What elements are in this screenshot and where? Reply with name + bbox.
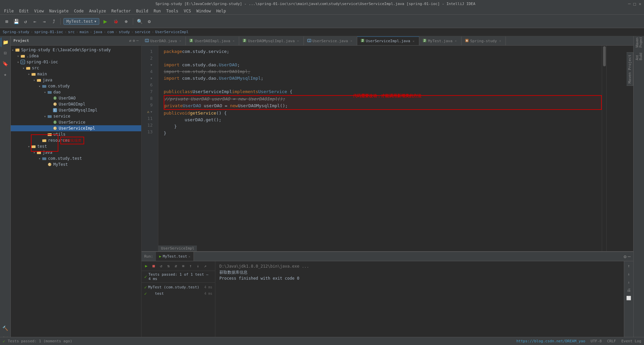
tab-close-3[interactable]: ✕ [350, 39, 354, 43]
toolbar-back-btn[interactable]: ← [31, 17, 39, 25]
tab-close-0[interactable]: ✕ [178, 39, 182, 43]
status-event-log[interactable]: Event Log [621, 339, 641, 343]
activity-favorites[interactable]: ★ [1, 70, 10, 79]
breadcrumb-item-3[interactable]: main [79, 30, 89, 34]
tree-item-18[interactable]: ▾com.study.test [11, 155, 141, 161]
toolbar-save-btn[interactable]: 💾 [12, 17, 20, 25]
tab-Spring-study[interactable]: mSpring-study✕ [462, 37, 506, 45]
activity-project[interactable]: 📁 [1, 38, 10, 47]
menu-item-navigate[interactable]: Navigate [47, 8, 71, 14]
runtree-item-0[interactable]: ✓MyTest (com.study.test)4 ms [142, 284, 215, 290]
run-tab-active[interactable]: ▶ MyTest.test ✕ [156, 252, 194, 261]
collapse-btn[interactable]: ↓ [195, 263, 201, 269]
tab-UserDAOMysqlImpl-java[interactable]: JUserDAOMysqlImpl.java✕ [239, 37, 304, 45]
sidebar-sync-btn[interactable]: ⇄ [129, 39, 131, 43]
breadcrumb-item-8[interactable]: UserServiceImpl [155, 30, 189, 34]
tree-item-6[interactable]: ▾com.study [11, 83, 141, 89]
tab-UserDAO-java[interactable]: IUserDAO.java✕ [142, 37, 186, 45]
toolbar-search-btn[interactable]: 🔍 [136, 17, 144, 25]
rerun-failed-btn[interactable]: ↺ [158, 263, 164, 269]
menu-item-analyze[interactable]: Analyze [86, 8, 109, 14]
output-up-btn[interactable]: ↑ [626, 263, 632, 269]
run-strip-close[interactable]: ─ [628, 254, 631, 259]
breadcrumb-item-7[interactable]: service [135, 30, 150, 34]
activity-build[interactable]: 🔨 [1, 324, 10, 333]
sidebar-collapse-btn[interactable]: ─ [136, 39, 139, 43]
filter-btn[interactable]: ≡ [180, 263, 186, 269]
menu-item-refactor[interactable]: Refactor [109, 8, 133, 14]
ant-btn[interactable]: Ant Build [634, 51, 644, 60]
tree-item-14[interactable]: utils [11, 131, 141, 137]
sort-btn[interactable]: ⇅ [165, 263, 172, 269]
menu-item-build[interactable]: Build [133, 8, 151, 14]
export-btn[interactable]: ↗ [202, 263, 209, 269]
menu-item-run[interactable]: Run [151, 8, 164, 14]
tree-item-8[interactable]: IUserDAO [11, 95, 141, 101]
tree-item-2[interactable]: ▾mspring-01-ioc [11, 59, 141, 65]
menu-item-window[interactable]: Window [194, 8, 213, 14]
expand-btn[interactable]: ↑ [187, 263, 194, 269]
tree-item-5[interactable]: ▾java [11, 77, 141, 83]
menu-item-file[interactable]: File [1, 8, 16, 14]
toolbar-refresh-btn[interactable]: ↺ [21, 17, 30, 25]
activity-structure[interactable]: ⊡ [1, 48, 10, 58]
stop-btn[interactable]: ■ [150, 263, 157, 269]
toolbar-coverage-btn[interactable]: ⊕ [122, 17, 130, 25]
runtree-item-1[interactable]: ✓test4 ms [142, 290, 215, 297]
run-tab-close[interactable]: ✕ [189, 255, 190, 258]
menu-item-code[interactable]: Code [71, 8, 87, 14]
toolbar-navigate-btn[interactable]: ⤴ [50, 17, 58, 25]
tree-item-11[interactable]: ▾service [11, 113, 141, 119]
activity-bookmark[interactable]: 🔖 [1, 59, 10, 68]
tab-UserServiceImpl-java[interactable]: JUserServiceImpl.java✕ [357, 37, 419, 45]
debug-button[interactable]: 🐞 [111, 17, 121, 26]
tab-close-4[interactable]: ✕ [412, 39, 416, 43]
tree-item-7[interactable]: ▾dao [11, 89, 141, 95]
output-down-btn[interactable]: ↓ [626, 271, 632, 277]
menu-item-help[interactable]: Help [214, 8, 229, 14]
tab-close-6[interactable]: ✕ [498, 39, 502, 43]
scroll-thumb[interactable] [603, 46, 606, 66]
sort2-btn[interactable]: ⇵ [172, 263, 179, 269]
maven-project-tab[interactable]: Maven Project [627, 52, 633, 86]
minimize-button[interactable]: ─ [628, 1, 631, 6]
status-encoding[interactable]: UTF-8 [591, 339, 602, 343]
status-csdn-link[interactable]: https://blog.csdn.net/DREAM_yao [516, 339, 585, 343]
menu-item-view[interactable]: View [32, 8, 47, 14]
tree-item-0[interactable]: ▾Spring-study E:\JavaCode\Spring-study [11, 47, 141, 53]
tab-close-2[interactable]: ✕ [296, 39, 300, 43]
tree-item-4[interactable]: ▾main [11, 71, 141, 77]
menu-item-tools[interactable]: Tools [164, 8, 181, 14]
tree-item-3[interactable]: ▾src [11, 65, 141, 71]
menu-item-edit[interactable]: Edit [16, 8, 32, 14]
tree-item-19[interactable]: CMyTest [11, 161, 141, 167]
run-config-selector[interactable]: MyTest.test ▼ [63, 18, 99, 25]
menu-item-vcs[interactable]: VCS [181, 8, 194, 14]
tab-UserService-java[interactable]: IUserService.java✕ [304, 37, 357, 45]
toolbar-project-btn[interactable]: ⊞ [3, 17, 11, 25]
tree-item-10[interactable]: CUserDAOMysqlImpl [11, 107, 141, 113]
tree-item-13[interactable]: CUserServiceImpl [11, 125, 141, 131]
close-button[interactable]: ✕ [639, 1, 641, 6]
toolbar-forward-btn[interactable]: → [40, 17, 48, 25]
tab-MyTest-java[interactable]: JMyTest.java✕ [419, 37, 462, 45]
tab-close-5[interactable]: ✕ [454, 39, 458, 43]
breadcrumb-item-5[interactable]: com [107, 30, 114, 34]
tree-item-1[interactable]: ▾.idea [11, 53, 141, 59]
breadcrumb-item-1[interactable]: spring-01-ioc [34, 30, 63, 34]
tree-item-15[interactable]: resources [11, 137, 141, 143]
breadcrumb-item-4[interactable]: java [93, 30, 102, 34]
output-print-btn[interactable]: 🖨 [626, 287, 632, 293]
tab-UserDAOImpl-java[interactable]: JUserDAOImpl.java✕ [186, 37, 239, 45]
sidebar-gear-btn[interactable]: ⚙ [133, 39, 135, 43]
editor-scrollbar[interactable] [602, 46, 606, 251]
maximize-button[interactable]: □ [633, 1, 636, 6]
maven-btn[interactable]: Maven Project [634, 38, 644, 47]
output-clear-btn[interactable]: ⬜ [626, 295, 632, 301]
status-linesep[interactable]: CRLF [607, 339, 616, 343]
run-button[interactable]: ▶ [101, 17, 110, 26]
breadcrumb-item-0[interactable]: Spring-study [3, 30, 29, 34]
code-area[interactable]: package com.study.service;import com.stu… [158, 46, 602, 251]
run-strip-gear[interactable]: ⚙ [624, 254, 626, 259]
tree-item-17[interactable]: ▾java [11, 149, 141, 155]
